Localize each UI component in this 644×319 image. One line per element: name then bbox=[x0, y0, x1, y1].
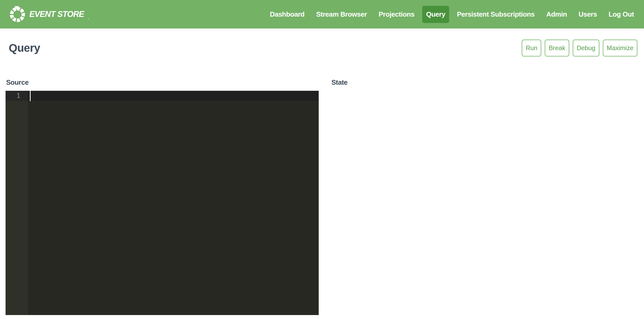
source-code-editor[interactable]: 1 bbox=[6, 91, 319, 315]
editor-gutter bbox=[6, 91, 28, 315]
nav-item-query[interactable]: Query bbox=[422, 6, 449, 23]
navbar: EVENT STORE . Dashboard Stream Browser P… bbox=[0, 0, 644, 28]
nav-item-persistent-subscriptions[interactable]: Persistent Subscriptions bbox=[453, 6, 538, 23]
break-button[interactable]: Break bbox=[545, 40, 569, 56]
nav-item-admin[interactable]: Admin bbox=[542, 6, 571, 23]
query-action-buttons: Run Break Debug Maximize bbox=[522, 40, 637, 56]
event-store-logo-icon bbox=[9, 6, 26, 23]
state-label: State bbox=[331, 79, 637, 86]
main-nav: Dashboard Stream Browser Projections Que… bbox=[266, 6, 638, 23]
nav-item-users[interactable]: Users bbox=[575, 6, 601, 23]
query-panels: Source 1 State bbox=[0, 79, 644, 315]
source-label: Source bbox=[6, 79, 319, 86]
editor-active-line bbox=[6, 91, 319, 101]
editor-cursor bbox=[30, 91, 31, 101]
brand-title: EVENT STORE bbox=[29, 9, 84, 19]
nav-item-stream-browser[interactable]: Stream Browser bbox=[312, 6, 371, 23]
source-column: Source 1 bbox=[6, 79, 319, 315]
event-store-logo[interactable]: EVENT STORE . bbox=[9, 6, 89, 23]
maximize-button[interactable]: Maximize bbox=[603, 40, 637, 56]
nav-item-projections[interactable]: Projections bbox=[375, 6, 419, 23]
page-title: Query bbox=[9, 42, 40, 54]
nav-item-log-out[interactable]: Log Out bbox=[605, 6, 638, 23]
state-column: State bbox=[331, 79, 637, 315]
nav-item-dashboard[interactable]: Dashboard bbox=[266, 6, 308, 23]
editor-line-number: 1 bbox=[6, 91, 28, 101]
debug-button[interactable]: Debug bbox=[573, 40, 599, 56]
brand-trademark: . bbox=[88, 16, 89, 20]
run-button[interactable]: Run bbox=[522, 40, 541, 56]
page-header: Query Run Break Debug Maximize bbox=[0, 28, 644, 57]
